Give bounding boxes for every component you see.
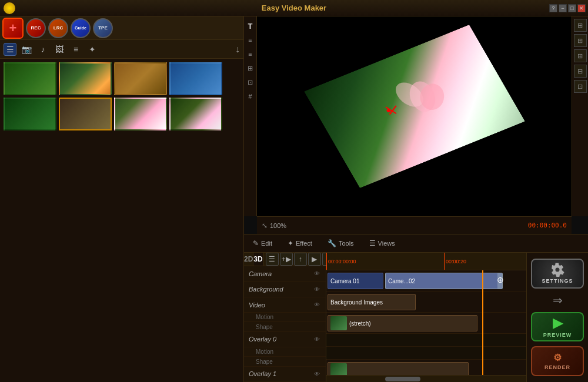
media-grid [0,59,243,382]
main-layout: + REC LRC Guide TPE ☰ 📷 ♪ 🖼 ≡ ✦ ↓ [0,16,588,382]
timeline-play-btn[interactable]: ▶ [308,253,321,266]
help-button[interactable]: ? [549,4,557,12]
media-toolbar: ☰ 📷 ♪ 🖼 ≡ ✦ ↓ [0,40,243,59]
guide-button[interactable]: Guide [71,18,91,38]
media-thumb-5[interactable] [4,98,56,130]
timeline-content: 00:00:00:00 00:00:20 00:00:40 00:01:00 C… [326,253,526,382]
camera-eye-button[interactable]: 👁 [313,270,321,278]
render-icon: ⚙ [553,352,562,363]
crop-icon[interactable]: ⊡ [245,76,256,88]
media-all-button[interactable]: ☰ [4,43,16,56]
left-panel: + REC LRC Guide TPE ☰ 📷 ♪ 🖼 ≡ ✦ ↓ [0,16,244,382]
clip-video[interactable]: (stretch) [328,315,477,331]
tab-edit[interactable]: ✎ Edit [246,236,279,250]
clip-background[interactable]: Background Images [328,294,416,310]
effect-icon: ✦ [288,239,293,247]
preview-button[interactable]: ▶ PREVIEW [531,312,584,342]
timeline-tracks: Camera 01 Came...02 ⊕ Background Images [326,270,526,375]
clip-camera-01[interactable]: Camera 01 [328,273,383,289]
layout-icon-4[interactable]: ⊟ [574,65,587,78]
grid-icon[interactable]: ⊞ [245,62,256,74]
preview-footer: ⤡ 100% 00:00:00.0 [257,216,572,234]
timeline-up-btn[interactable]: ↑ [294,253,307,266]
track-row-video: (stretch) [326,313,526,334]
h-scroll-thumb[interactable] [385,377,420,381]
minimize-button[interactable]: − [559,4,567,12]
overlay0-eye-button[interactable]: 👁 [313,335,321,343]
media-thumb-2[interactable] [59,62,112,95]
h-scrollbar [326,375,526,382]
right-side-panel: SETTINGS ⇒ ▶ PREVIEW ⚙ RENDER [526,253,588,382]
video-eye-button[interactable]: 👁 [313,301,321,309]
background-eye-button[interactable]: 👁 [313,285,321,293]
download-button[interactable]: ↓ [235,44,240,55]
rec-button[interactable]: REC [26,18,46,38]
track-sub-motion1: Motion [244,313,326,322]
timeline-ruler: 00:00:00:00 00:00:20 00:00:40 00:01:00 [326,253,526,270]
tpe-button[interactable]: TPE [93,18,113,38]
close-button[interactable]: ✕ [577,4,586,12]
timeline-list-btn[interactable]: ☰ [266,253,279,266]
layout-icon-2[interactable]: ⊞ [574,34,587,47]
gear-icon [550,263,564,277]
maximize-button[interactable]: □ [568,4,576,12]
media-thumb-4[interactable] [169,62,222,95]
tab-effect[interactable]: ✦ Effect [281,236,319,250]
titlebar-controls[interactable]: ? − □ ✕ [549,4,588,12]
media-row-1 [4,62,240,95]
track-row-background: Background Images [326,291,526,313]
app-title: Easy Video Maker [262,4,326,12]
left-icon-strip: T ≡ ≡ ⊞ ⊡ # [244,16,257,216]
media-photo-button[interactable]: 📷 [20,43,33,56]
preview-area: [ Untitle *] 864x480 T ≡ ≡ ⊞ ⊡ # [244,16,588,216]
track-row-camera: Camera 01 Came...02 ⊕ [326,270,526,291]
tab-3d[interactable]: 3D [253,253,263,266]
media-star-button[interactable]: ✦ [86,43,99,56]
preview-3d-image [304,25,525,188]
track-label-background: Background 👁 [244,282,326,297]
tab-2d[interactable]: 2D [244,253,253,266]
media-thumb-8[interactable] [169,98,222,130]
track-row-motion1 [326,334,526,347]
align-left-icon[interactable]: ≡ [245,34,256,46]
overlay0-thumb [330,363,347,375]
titlebar: Easy Video Maker ? − □ ✕ [0,0,588,16]
align-center-icon[interactable]: ≡ [245,48,256,60]
preview-canvas [257,16,572,216]
track-label-overlay0: Overlay 0 👁 [244,332,326,347]
media-thumb-7[interactable] [114,98,167,130]
settings-button[interactable]: SETTINGS [531,259,584,289]
track-label-camera: Camera 👁 [244,266,326,282]
lrc-button[interactable]: LRC [48,18,68,38]
edit-icon: ✎ [253,239,259,247]
add-button[interactable]: + [2,18,24,39]
right-panel: [ Untitle *] 864x480 T ≡ ≡ ⊞ ⊡ # [244,16,588,382]
layout-icon-5[interactable]: ⊡ [574,80,587,93]
tab-tools[interactable]: 🔧 Tools [321,236,360,250]
track-row-shape1 [326,347,526,360]
layout-icon-3[interactable]: ⊞ [574,49,587,62]
render-button[interactable]: ⚙ RENDER [531,346,584,376]
clip-overlay0[interactable] [328,362,469,375]
media-thumb-3[interactable] [114,62,167,95]
track-label-video: Video 👁 [244,297,326,313]
timeline-add-btn[interactable]: +▶ [280,253,293,266]
media-list-button[interactable]: ≡ [69,43,82,56]
media-image-button[interactable]: 🖼 [53,43,66,56]
tab-views[interactable]: ☰ Views [363,236,402,250]
track-row-overlay0 [326,360,526,375]
track-sub-shape1: Shape [244,322,326,331]
video-thumb [330,316,347,330]
hashtag-icon[interactable]: # [245,91,256,102]
media-thumb-6[interactable] [59,98,112,130]
clip-camera-02[interactable]: Came...02 [385,273,503,289]
text-tool-icon[interactable]: T [245,20,256,32]
expand-icon[interactable]: ⤡ [262,222,268,230]
zoom-level: 100% [270,222,286,229]
layout-icon-1[interactable]: ⊞ [574,19,587,32]
media-thumb-1[interactable] [4,62,56,95]
media-audio-button[interactable]: ♪ [36,43,49,56]
main-toolbar: + REC LRC Guide TPE [0,16,243,40]
overlay1-eye-button[interactable]: 👁 [313,370,321,378]
ruler-mark-0: 00:00:00:00 [326,253,356,270]
